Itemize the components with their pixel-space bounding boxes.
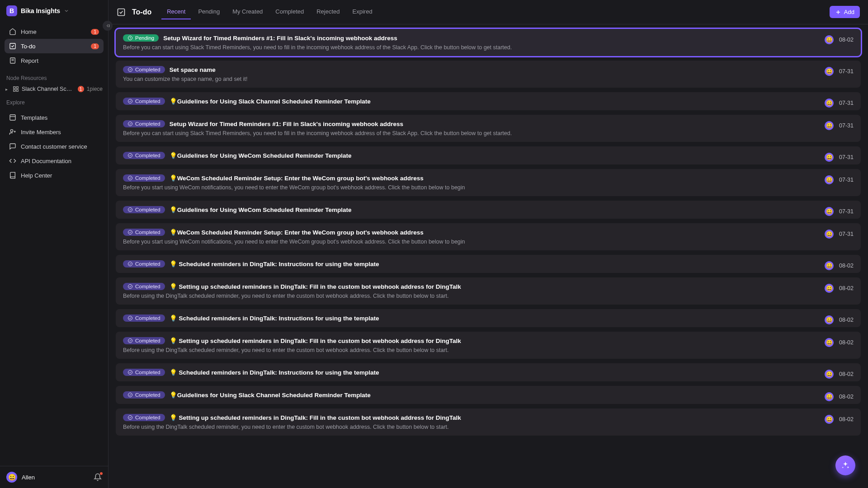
todo-card[interactable]: Completed💡Guidelines for Using Slack Cha… bbox=[116, 92, 861, 110]
explore-api[interactable]: API Documentation bbox=[5, 154, 104, 168]
workspace-switcher[interactable]: B Bika Insights bbox=[0, 0, 108, 22]
todo-card[interactable]: Completed💡WeCom Scheduled Reminder Setup… bbox=[116, 169, 861, 196]
status-pill-completed: Completed bbox=[123, 152, 165, 159]
card-date: 08-02 bbox=[839, 339, 854, 346]
status-pill-completed: Completed bbox=[123, 229, 165, 236]
check-circle-icon bbox=[127, 370, 133, 375]
explore-templates-label: Templates bbox=[21, 114, 47, 121]
check-circle-icon bbox=[127, 207, 133, 212]
workspace-name: Bika Insights bbox=[21, 7, 60, 14]
tabs: RecentPendingMy CreatedCompletedRejected… bbox=[161, 5, 377, 19]
todo-card[interactable]: CompletedSetup Wizard for Timed Reminder… bbox=[116, 115, 861, 142]
status-pill-completed: Completed bbox=[123, 260, 165, 267]
nav-home-badge: 1 bbox=[91, 29, 99, 35]
card-title: 💡 Setting up scheduled reminders in Ding… bbox=[170, 283, 461, 290]
status-label: Completed bbox=[135, 230, 160, 235]
todo-card[interactable]: Completed💡 Scheduled reminders in DingTa… bbox=[116, 255, 861, 273]
tab-expired[interactable]: Expired bbox=[347, 5, 378, 19]
status-label: Completed bbox=[135, 261, 160, 267]
status-label: Completed bbox=[135, 67, 160, 72]
status-label: Completed bbox=[135, 121, 160, 127]
bell-icon[interactable] bbox=[94, 473, 102, 481]
todo-card[interactable]: Completed💡Guidelines for Using Slack Cha… bbox=[116, 386, 861, 404]
user-avatar[interactable]: 😀 bbox=[6, 472, 17, 483]
card-description: You can customize the space name, go and… bbox=[123, 76, 854, 82]
tab-my-created[interactable]: My Created bbox=[227, 5, 268, 19]
status-pill-completed: Completed bbox=[123, 414, 165, 421]
todo-card[interactable]: Completed💡 Setting up scheduled reminder… bbox=[116, 332, 861, 359]
svg-rect-7 bbox=[14, 89, 15, 91]
svg-point-20 bbox=[128, 122, 132, 126]
nav-todo-label: To-do bbox=[21, 43, 36, 50]
tab-pending[interactable]: Pending bbox=[193, 5, 225, 19]
card-description: Before you start using WeCom notificatio… bbox=[123, 184, 854, 191]
svg-point-22 bbox=[128, 176, 132, 180]
card-date: 08-02 bbox=[839, 394, 854, 400]
card-title: 💡 Scheduled reminders in DingTalk: Instr… bbox=[170, 369, 379, 376]
assignee-avatar: 😀 bbox=[825, 315, 834, 324]
nav-home-label: Home bbox=[21, 28, 37, 35]
svg-point-27 bbox=[128, 316, 132, 320]
resource-item[interactable]: ▸ Slack Channel Schedul… 1 1piece bbox=[0, 83, 108, 95]
card-title: 💡Guidelines for Using WeCom Scheduled Re… bbox=[170, 152, 352, 159]
todo-card[interactable]: Completed💡Guidelines for Using WeCom Sch… bbox=[116, 146, 861, 164]
status-pill-completed: Completed bbox=[123, 98, 165, 105]
todo-card[interactable]: Completed💡 Setting up scheduled reminder… bbox=[116, 408, 861, 436]
home-icon bbox=[9, 28, 16, 35]
tab-completed[interactable]: Completed bbox=[270, 5, 309, 19]
todo-card[interactable]: PendingSetup Wizard for Timed Reminders … bbox=[116, 29, 861, 56]
check-circle-icon bbox=[127, 261, 133, 267]
fab-button[interactable] bbox=[835, 455, 855, 475]
add-button-label: Add bbox=[844, 9, 854, 15]
explore-contact[interactable]: Contact customer service bbox=[5, 139, 104, 154]
page-title: To-do bbox=[132, 8, 151, 16]
status-label: Completed bbox=[135, 415, 160, 420]
assignee-avatar: 😀 bbox=[825, 99, 834, 108]
card-date: 07-31 bbox=[839, 154, 854, 160]
nav-todo-badge: 1 bbox=[91, 43, 99, 49]
resource-count: 1piece bbox=[87, 86, 103, 92]
todo-card[interactable]: CompletedSet space nameYou can customize… bbox=[116, 61, 861, 88]
svg-point-23 bbox=[128, 208, 132, 212]
svg-point-28 bbox=[128, 339, 132, 343]
card-title: 💡Guidelines for Using Slack Channel Sche… bbox=[170, 391, 371, 399]
nav-report[interactable]: Report bbox=[5, 53, 104, 68]
check-circle-icon bbox=[127, 121, 133, 127]
card-title: 💡 Scheduled reminders in DingTalk: Instr… bbox=[170, 314, 379, 322]
status-label: Pending bbox=[135, 35, 154, 41]
todo-card[interactable]: Completed💡Guidelines for Using WeCom Sch… bbox=[116, 201, 861, 219]
todo-card[interactable]: Completed💡 Scheduled reminders in DingTa… bbox=[116, 309, 861, 327]
check-circle-icon bbox=[127, 392, 133, 398]
explore-help[interactable]: Help Center bbox=[5, 168, 104, 183]
card-description: Before using the DingTalk scheduled remi… bbox=[123, 293, 854, 299]
status-pill-completed: Completed bbox=[123, 283, 165, 290]
explore-templates[interactable]: Templates bbox=[5, 110, 104, 125]
svg-point-30 bbox=[128, 393, 132, 397]
notification-dot bbox=[100, 472, 103, 475]
status-pill-pending: Pending bbox=[123, 34, 159, 42]
chevron-right-icon: ▸ bbox=[5, 87, 10, 92]
todo-card[interactable]: Completed💡 Scheduled reminders in DingTa… bbox=[116, 363, 861, 381]
todo-card[interactable]: Completed💡WeCom Scheduled Reminder Setup… bbox=[116, 223, 861, 250]
message-icon bbox=[9, 143, 16, 150]
assignee-avatar: 😀 bbox=[825, 67, 834, 76]
nav-todo[interactable]: To-do 1 bbox=[5, 39, 104, 53]
tab-recent[interactable]: Recent bbox=[161, 5, 191, 19]
explore-invite-label: Invite Members bbox=[21, 129, 61, 136]
explore-invite[interactable]: Invite Members bbox=[5, 125, 104, 139]
card-title: Setup Wizard for Timed Reminders #1: Fil… bbox=[170, 121, 403, 127]
resource-name: Slack Channel Schedul… bbox=[22, 86, 75, 92]
todo-card[interactable]: Completed💡 Setting up scheduled reminder… bbox=[116, 277, 861, 305]
topbar: To-do RecentPendingMy CreatedCompletedRe… bbox=[108, 0, 868, 24]
plus-icon bbox=[835, 9, 841, 15]
tab-rejected[interactable]: Rejected bbox=[311, 5, 345, 19]
explore-contact-label: Contact customer service bbox=[21, 143, 87, 150]
sidebar-collapse-button[interactable] bbox=[103, 21, 113, 31]
add-button[interactable]: Add bbox=[830, 6, 860, 18]
check-circle-icon bbox=[127, 284, 133, 289]
check-circle-icon bbox=[127, 67, 133, 72]
status-label: Completed bbox=[135, 338, 160, 343]
card-date: 08-02 bbox=[839, 263, 854, 269]
assignee-avatar: 😀 bbox=[825, 370, 834, 379]
nav-home[interactable]: Home 1 bbox=[5, 24, 104, 39]
